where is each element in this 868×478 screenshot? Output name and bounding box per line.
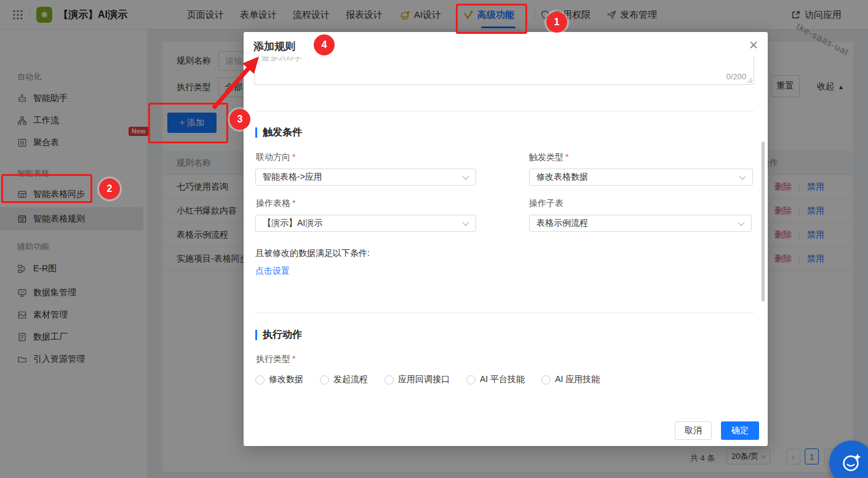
radio-ai-app-skill[interactable]: AI 应用技能	[541, 374, 600, 385]
annotation-step-1: 1	[546, 12, 567, 33]
required-mark: *	[565, 152, 568, 162]
chevron-down-icon	[462, 173, 469, 180]
confirm-button[interactable]: 确定	[721, 421, 759, 440]
radio-icon	[384, 375, 394, 384]
chevron-down-icon	[462, 219, 469, 226]
annotation-box-advanced-features	[456, 4, 527, 34]
action-section-title: 执行动作	[263, 329, 302, 341]
radio-app-callback[interactable]: 应用回调接口	[384, 374, 450, 385]
field-label-target-table: 操作表格*	[256, 198, 295, 209]
radio-icon	[541, 375, 551, 384]
annotation-step-2: 2	[99, 178, 120, 199]
required-mark: *	[292, 354, 295, 364]
radio-label: 修改数据	[269, 374, 303, 385]
divider	[254, 111, 754, 111]
radio-ai-platform-skill[interactable]: AI 平台技能	[466, 374, 525, 385]
chevron-down-icon	[739, 173, 746, 180]
trigger-section-title: 触发条件	[263, 126, 302, 139]
radio-icon	[466, 375, 476, 384]
section-accent-bar	[255, 127, 257, 138]
radio-icon	[255, 375, 265, 384]
close-icon[interactable]: ✕	[746, 37, 762, 53]
label-text: 联动方向	[256, 152, 290, 162]
exec-type-radio-group: 修改数据 发起流程 应用回调接口 AI 平台技能 AI 应用技能	[255, 374, 600, 385]
label-text: 触发类型	[529, 152, 563, 162]
trigger-type-select[interactable]: 修改表格数据	[529, 169, 753, 186]
select-value: 【演示】AI演示	[263, 218, 322, 229]
select-value: 表格示例流程	[536, 218, 588, 229]
annotation-arrow	[203, 49, 271, 117]
field-label-exec-type: 执行类型*	[256, 354, 295, 365]
radio-label: 应用回调接口	[398, 374, 450, 385]
field-label-trigger-type: 触发类型*	[529, 152, 568, 163]
modal-scrollbar[interactable]	[762, 141, 765, 301]
add-rule-modal: 添加规则 ✕ 最多200字 0/200 触发条件 联动方向* 触发类型* 智能表…	[244, 32, 768, 446]
ai-chat-icon	[840, 451, 863, 474]
label-text: 操作子表	[529, 198, 563, 208]
char-counter: 0/200	[726, 72, 746, 81]
rule-description-textarea[interactable]: 最多200字 0/200	[254, 57, 754, 85]
condition-hint-text: 且被修改的数据满足以下条件:	[255, 248, 370, 259]
link-direction-select[interactable]: 智能表格->应用	[255, 169, 476, 186]
section-accent-bar	[255, 330, 257, 340]
required-mark: *	[292, 198, 295, 208]
label-text: 执行类型	[256, 354, 290, 364]
label-text: 操作表格	[256, 198, 290, 208]
radio-label: 发起流程	[333, 374, 368, 385]
select-value: 修改表格数据	[536, 172, 588, 183]
chevron-down-icon	[738, 219, 744, 226]
select-value: 智能表格->应用	[263, 172, 322, 183]
set-condition-link[interactable]: 点击设置	[255, 266, 290, 277]
required-mark: *	[292, 152, 295, 162]
cancel-button[interactable]: 取消	[675, 421, 712, 440]
divider	[254, 313, 754, 313]
annotation-box-smart-table-rules	[1, 174, 92, 203]
field-label-link-direction: 联动方向*	[256, 152, 295, 163]
sub-table-select[interactable]: 表格示例流程	[529, 215, 752, 232]
screen: ✱ 【演示】AI演示 页面设计 表单设计 流程设计 报表设计 AI设计 高级功能	[0, 0, 868, 478]
resize-handle-icon[interactable]	[747, 78, 752, 83]
field-label-sub-table: 操作子表	[529, 198, 563, 209]
target-table-select[interactable]: 【演示】AI演示	[255, 215, 476, 232]
radio-modify-data[interactable]: 修改数据	[255, 374, 303, 385]
radio-start-flow[interactable]: 发起流程	[320, 374, 368, 385]
radio-label: AI 应用技能	[555, 374, 600, 385]
radio-icon	[320, 375, 329, 384]
radio-label: AI 平台技能	[480, 374, 525, 385]
annotation-step-4: 4	[314, 34, 335, 55]
